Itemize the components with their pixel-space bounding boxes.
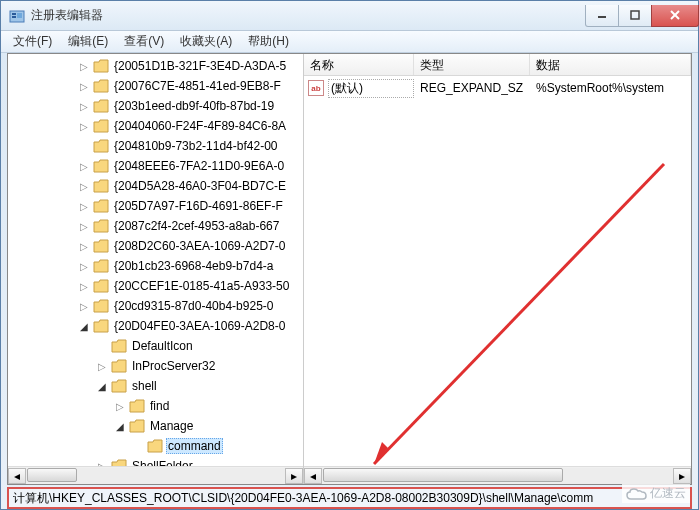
tree-item-defaulticon[interactable]: DefaultIcon [8, 336, 303, 356]
folder-icon [111, 379, 127, 393]
chevron-right-icon[interactable]: ▷ [78, 220, 90, 232]
svg-rect-3 [17, 13, 22, 18]
menu-edit[interactable]: 编辑(E) [60, 31, 116, 52]
tree-item[interactable]: ▷{204D5A28-46A0-3F04-BD7C-E [8, 176, 303, 196]
string-value-icon: ab [308, 80, 324, 96]
folder-icon [93, 179, 109, 193]
folder-icon [111, 359, 127, 373]
tree-scrollbar[interactable]: ◂ ▸ [8, 466, 303, 484]
tree-item[interactable]: ▷{2087c2f4-2cef-4953-a8ab-667 [8, 216, 303, 236]
tree-item[interactable]: ▷{205D7A97-F16D-4691-86EF-F [8, 196, 303, 216]
tree-item[interactable]: ▷{20051D1B-321F-3E4D-A3DA-5 [8, 56, 303, 76]
chevron-right-icon[interactable]: ▷ [114, 400, 126, 412]
folder-icon [111, 339, 127, 353]
chevron-right-icon[interactable]: ▷ [96, 360, 108, 372]
col-data[interactable]: 数据 [530, 54, 691, 75]
annotation-arrow [354, 154, 684, 474]
menu-favorites[interactable]: 收藏夹(A) [172, 31, 240, 52]
value-name: (默认) [328, 79, 414, 98]
tree-item-shell[interactable]: ◢shell [8, 376, 303, 396]
value-data: %SystemRoot%\system [530, 81, 664, 95]
content-area: ▷{20051D1B-321F-3E4D-A3DA-5 ▷{20076C7E-4… [7, 53, 692, 485]
list-body[interactable]: ab (默认) REG_EXPAND_SZ %SystemRoot%\syste… [304, 76, 691, 100]
chevron-down-icon[interactable]: ◢ [114, 420, 126, 432]
chevron-right-icon[interactable]: ▷ [78, 260, 90, 272]
chevron-right-icon[interactable]: ▷ [78, 280, 90, 292]
scroll-thumb[interactable] [27, 468, 77, 482]
list-scrollbar[interactable]: ◂ ▸ [304, 466, 691, 484]
chevron-down-icon[interactable]: ◢ [78, 320, 90, 332]
tree-item[interactable]: ▷{20b1cb23-6968-4eb9-b7d4-a [8, 256, 303, 276]
scroll-track[interactable] [26, 468, 285, 484]
chevron-right-icon[interactable]: ▷ [78, 240, 90, 252]
list-row[interactable]: ab (默认) REG_EXPAND_SZ %SystemRoot%\syste… [304, 78, 691, 98]
scroll-track[interactable] [322, 468, 673, 484]
chevron-right-icon[interactable]: ▷ [78, 60, 90, 72]
list-pane: 名称 类型 数据 ab (默认) REG_EXPAND_SZ %SystemRo… [304, 54, 691, 484]
folder-icon [93, 159, 109, 173]
scroll-right-button[interactable]: ▸ [673, 468, 691, 484]
folder-icon [93, 319, 109, 333]
tree-item-find[interactable]: ▷find [8, 396, 303, 416]
value-type: REG_EXPAND_SZ [414, 81, 530, 95]
chevron-right-icon[interactable]: ▷ [78, 100, 90, 112]
scroll-right-button[interactable]: ▸ [285, 468, 303, 484]
folder-icon [93, 119, 109, 133]
svg-marker-9 [374, 442, 388, 464]
folder-icon [93, 199, 109, 213]
chevron-right-icon[interactable]: ▷ [78, 80, 90, 92]
tree-item[interactable]: ▷{20404060-F24F-4F89-84C6-8A [8, 116, 303, 136]
svg-rect-1 [12, 13, 16, 15]
scroll-left-button[interactable]: ◂ [304, 468, 322, 484]
col-type[interactable]: 类型 [414, 54, 530, 75]
tree-item[interactable]: ◢{20D04FE0-3AEA-1069-A2D8-0 [8, 316, 303, 336]
chevron-right-icon[interactable] [78, 140, 90, 152]
tree-item[interactable]: ▷{208D2C60-3AEA-1069-A2D7-0 [8, 236, 303, 256]
chevron-down-icon[interactable]: ◢ [96, 380, 108, 392]
menubar: 文件(F) 编辑(E) 查看(V) 收藏夹(A) 帮助(H) [1, 31, 698, 53]
watermark: 亿速云 [622, 484, 690, 503]
regedit-window: 注册表编辑器 文件(F) 编辑(E) 查看(V) 收藏夹(A) 帮助(H) ▷{… [0, 0, 699, 510]
minimize-button[interactable] [585, 5, 619, 27]
folder-icon [147, 439, 163, 453]
col-name[interactable]: 名称 [304, 54, 414, 75]
tree-item-command[interactable]: command [8, 436, 303, 456]
tree-item[interactable]: ▷{20CCEF1E-0185-41a5-A933-50 [8, 276, 303, 296]
svg-line-8 [374, 164, 664, 464]
menu-view[interactable]: 查看(V) [116, 31, 172, 52]
tree-item-shellfolder[interactable]: ▷ShellFolder [8, 456, 303, 466]
chevron-right-icon[interactable]: ▷ [78, 300, 90, 312]
folder-icon [129, 419, 145, 433]
close-button[interactable] [651, 5, 699, 27]
tree-item-inprocserver[interactable]: ▷InProcServer32 [8, 356, 303, 376]
folder-icon [129, 399, 145, 413]
tree-item[interactable]: ▷{2048EEE6-7FA2-11D0-9E6A-0 [8, 156, 303, 176]
window-title: 注册表编辑器 [31, 7, 585, 24]
regedit-icon [9, 8, 25, 24]
scroll-left-button[interactable]: ◂ [8, 468, 26, 484]
current-path: 计算机\HKEY_CLASSES_ROOT\CLSID\{20D04FE0-3A… [13, 490, 593, 507]
titlebar[interactable]: 注册表编辑器 [1, 1, 698, 31]
registry-tree[interactable]: ▷{20051D1B-321F-3E4D-A3DA-5 ▷{20076C7E-4… [8, 54, 303, 466]
tree-item[interactable]: ▷{20076C7E-4851-41ed-9EB8-F [8, 76, 303, 96]
folder-icon [93, 219, 109, 233]
menu-file[interactable]: 文件(F) [5, 31, 60, 52]
tree-item[interactable]: ▷{20cd9315-87d0-40b4-b925-0 [8, 296, 303, 316]
scroll-thumb[interactable] [323, 468, 563, 482]
svg-rect-5 [631, 11, 639, 19]
maximize-button[interactable] [618, 5, 652, 27]
statusbar-path: 计算机\HKEY_CLASSES_ROOT\CLSID\{20D04FE0-3A… [7, 487, 692, 509]
menu-help[interactable]: 帮助(H) [240, 31, 297, 52]
tree-item[interactable]: ▷{203b1eed-db9f-40fb-87bd-19 [8, 96, 303, 116]
tree-item[interactable]: {204810b9-73b2-11d4-bf42-00 [8, 136, 303, 156]
folder-icon [93, 79, 109, 93]
folder-icon [111, 459, 127, 466]
chevron-right-icon[interactable]: ▷ [78, 180, 90, 192]
chevron-right-icon[interactable]: ▷ [78, 120, 90, 132]
folder-icon [93, 139, 109, 153]
folder-icon [93, 239, 109, 253]
tree-item-manage[interactable]: ◢Manage [8, 416, 303, 436]
chevron-right-icon[interactable]: ▷ [78, 160, 90, 172]
chevron-right-icon[interactable]: ▷ [78, 200, 90, 212]
folder-icon [93, 279, 109, 293]
